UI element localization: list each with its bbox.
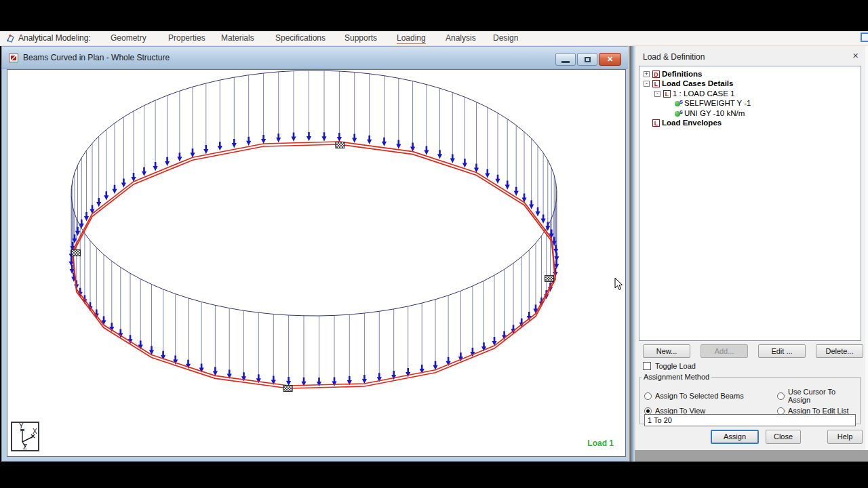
- edit-button[interactable]: Edit ...: [758, 344, 806, 358]
- load-item-icon: s: [675, 111, 680, 117]
- menu-item-materials[interactable]: Materials: [221, 33, 254, 43]
- tree-row[interactable]: sUNI GY -10 kN/m: [639, 109, 861, 119]
- axis-x-label: X: [33, 428, 37, 435]
- menu-item-specifications[interactable]: Specifications: [275, 33, 326, 43]
- load-item-icon: s: [675, 101, 680, 106]
- model-window: Beams Curved in Plan - Whole Structure ✕…: [1, 46, 631, 462]
- app-icon: [5, 33, 16, 43]
- definitions-icon: D: [652, 70, 660, 78]
- axis-indicator: Y X Z: [11, 422, 39, 451]
- assign-button[interactable]: Assign: [711, 430, 759, 444]
- tree-row-label: SELFWEIGHT Y -1: [684, 99, 751, 107]
- toggle-load-label: Toggle Load: [655, 362, 696, 370]
- support-marker[interactable]: [336, 142, 344, 148]
- beam-ring-bottom-edge: [73, 144, 555, 388]
- tree-row-label: UNI GY -10 kN/m: [684, 109, 745, 117]
- bottom-letterbox: [0, 462, 868, 488]
- assignment-method-legend: Assignment Method: [642, 373, 711, 381]
- window-title-bar[interactable]: Beams Curved in Plan - Whole Structure ✕: [2, 47, 630, 69]
- maximize-icon: [585, 57, 591, 62]
- radio-button-icon[interactable]: [777, 407, 785, 415]
- beam-list-input[interactable]: [644, 414, 856, 426]
- minimize-button[interactable]: [555, 53, 576, 66]
- maximize-button[interactable]: [577, 53, 597, 66]
- tree-row[interactable]: LLoad Envelopes: [639, 119, 861, 128]
- window-splitter[interactable]: [628, 46, 635, 462]
- load-icon: L: [652, 119, 660, 127]
- support-marker[interactable]: [72, 250, 81, 256]
- minimize-icon: [561, 61, 570, 63]
- axis-z-label: Z: [23, 443, 27, 450]
- axis-y-label: Y: [19, 423, 24, 430]
- tree-row-label: 1 : LOAD CASE 1: [673, 89, 734, 98]
- menu-item-supports[interactable]: Supports: [344, 33, 377, 43]
- window-title: Beams Curved in Plan - Whole Structure: [23, 53, 170, 62]
- assignment-method-group: Assignment Method Assign To Selected Bea…: [639, 373, 861, 424]
- close-icon: ✕: [607, 55, 613, 64]
- tree-row[interactable]: -LLoad Cases Details: [639, 79, 861, 89]
- radio-button-icon[interactable]: [777, 392, 785, 400]
- radio-label: Use Cursor To Assign: [788, 388, 857, 404]
- tree-row[interactable]: -L1 : LOAD CASE 1: [639, 89, 861, 99]
- support-marker[interactable]: [545, 275, 554, 281]
- panel-right-edge: [865, 46, 868, 450]
- active-load-label: Load 1: [587, 439, 614, 448]
- structure-drawing: [7, 70, 625, 456]
- radio-button-icon[interactable]: [644, 392, 652, 400]
- window-corner-icon: [861, 33, 868, 42]
- menu-bar: Analytical Modeling: Geometry Properties…: [0, 31, 868, 46]
- menu-item-properties[interactable]: Properties: [168, 33, 205, 43]
- model-viewport[interactable]: Y X Z Load 1: [7, 69, 626, 457]
- new-button[interactable]: New...: [643, 344, 690, 358]
- radio-label: Assign To Selected Beams: [655, 392, 744, 400]
- tree-row[interactable]: sSELFWEIGHT Y -1: [639, 99, 861, 108]
- support-marker[interactable]: [283, 386, 292, 392]
- menu-item-design[interactable]: Design: [493, 33, 518, 43]
- radio-use-cursor-to-assign[interactable]: Use Cursor To Assign: [777, 388, 857, 404]
- tree-row-label: Load Cases Details: [662, 79, 733, 87]
- load-icon: L: [663, 90, 671, 98]
- radio-button-icon[interactable]: [644, 407, 652, 415]
- collapse-icon[interactable]: -: [644, 81, 650, 87]
- expand-icon[interactable]: +: [644, 71, 650, 77]
- add-button: Add...: [701, 344, 748, 358]
- load-arrow-stems: [71, 70, 557, 386]
- collapse-icon[interactable]: -: [654, 91, 660, 97]
- load-tree[interactable]: +DDefinitions-LLoad Cases Details-L1 : L…: [639, 66, 861, 341]
- load-definition-panel: Load & Definition × +DDefinitions-LLoad …: [635, 46, 868, 450]
- mouse-cursor: [614, 277, 624, 291]
- load-icon: L: [652, 80, 660, 87]
- panel-title: Load & Definition: [643, 52, 705, 62]
- app-mode-label: Analytical Modeling:: [18, 33, 91, 43]
- panel-bottom-strip: [635, 450, 868, 462]
- tree-row-label: Definitions: [662, 70, 702, 78]
- menu-item-analysis[interactable]: Analysis: [446, 33, 476, 43]
- close-panel-button[interactable]: Close: [766, 430, 801, 444]
- panel-close-icon[interactable]: ×: [852, 50, 859, 60]
- top-letterbox: [0, 0, 868, 31]
- tree-row[interactable]: +DDefinitions: [639, 70, 861, 79]
- help-button[interactable]: Help: [827, 430, 863, 444]
- radio-assign-to-selected-beams[interactable]: Assign To Selected Beams: [644, 388, 777, 404]
- menu-item-geometry[interactable]: Geometry: [111, 33, 146, 43]
- close-button[interactable]: ✕: [599, 53, 621, 66]
- load-arrowheads: [69, 132, 559, 386]
- delete-button[interactable]: Delete...: [816, 344, 863, 358]
- menu-item-loading[interactable]: Loading: [397, 33, 426, 44]
- window-icon: [9, 54, 18, 62]
- assignment-options: Assign To Selected BeamsUse Cursor To As…: [644, 388, 857, 415]
- toggle-load-checkbox[interactable]: [643, 362, 651, 370]
- tree-row-label: Load Envelopes: [662, 119, 722, 127]
